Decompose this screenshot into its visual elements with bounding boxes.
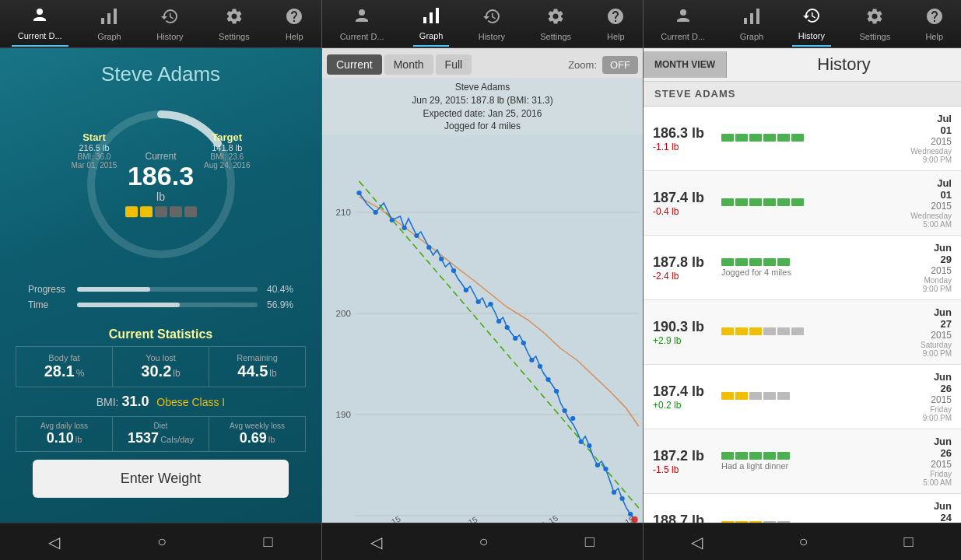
tab-full[interactable]: Full	[436, 54, 472, 75]
entry-change: -0.4 lb	[653, 206, 715, 217]
p2-nav-current-d[interactable]: Current D...	[334, 2, 391, 46]
nav-settings-label: Settings	[219, 32, 250, 41]
entry-middle	[715, 198, 889, 208]
enter-weight-button[interactable]: Enter Weight	[33, 460, 288, 498]
recents-button[interactable]: □	[248, 527, 289, 557]
svg-point-31	[505, 325, 510, 330]
p1-content: Steve Adams Start 216.5 lb BMI: 36.0 Mar…	[0, 48, 321, 523]
p1-bottom-nav: ◁ ○ □	[0, 523, 321, 560]
tab-current[interactable]: Current	[327, 54, 382, 75]
panel-current-dashboard: Current D... Graph History Settings Help	[0, 0, 321, 560]
bar-segment	[749, 258, 762, 266]
svg-point-27	[464, 288, 468, 292]
start-weight: 216.5 lb	[72, 143, 117, 152]
chart-area: Steve Adams Jun 29, 2015: 187.8 lb (BMI:…	[322, 78, 643, 523]
bar-segment	[735, 134, 748, 142]
star-4	[170, 207, 182, 218]
entry-date-section: Jun29 2015 Monday 9:00 PM	[889, 242, 952, 293]
svg-point-41	[587, 443, 591, 448]
chart-title-line1: Steve Adams	[322, 81, 643, 94]
p2-person-icon	[352, 7, 371, 30]
nav-help-label: Help	[286, 32, 303, 41]
history-entry-2[interactable]: 187.8 lb -2.4 lb Jogged for 4 miles Jun2…	[644, 236, 961, 300]
entry-bars	[721, 392, 883, 400]
progress-bar-bg	[77, 287, 258, 292]
nav-graph-label: Graph	[97, 32, 121, 41]
start-label: Start	[72, 131, 117, 143]
p3-nav-history[interactable]: History	[792, 2, 831, 47]
zoom-button[interactable]: OFF	[602, 56, 638, 74]
entry-weight: 186.3 lb	[653, 125, 715, 142]
p2-back-button[interactable]: ◁	[355, 527, 398, 558]
nav-settings[interactable]: Settings	[212, 2, 256, 46]
p3-nav-history-label: History	[798, 31, 825, 40]
svg-rect-54	[750, 13, 753, 24]
history-entry-1[interactable]: 187.4 lb -0.4 lb Jul01 2015 Wednesday 5:…	[644, 171, 961, 236]
entry-middle	[715, 392, 889, 401]
start-date: Mar 01, 2015	[72, 161, 117, 170]
nav-graph[interactable]: Graph	[91, 2, 128, 46]
entry-month-day: Jun24	[889, 500, 952, 523]
entry-change: -2.4 lb	[653, 271, 715, 282]
history-entry-3[interactable]: 190.3 lb +2.9 lb Jun27 2015 Saturday 9:0…	[644, 300, 961, 365]
svg-point-37	[554, 389, 559, 394]
nav-help[interactable]: Help	[279, 2, 310, 46]
progress-row: Progress 40.4%	[28, 284, 293, 295]
p2-settings-icon	[546, 7, 565, 30]
p2-nav-help[interactable]: Help	[600, 2, 631, 46]
p2-home-button[interactable]: ○	[463, 527, 503, 557]
p3-nav-help[interactable]: Help	[919, 2, 950, 46]
p2-nav-history-label: History	[479, 32, 505, 41]
nav-current-d[interactable]: Current D...	[12, 2, 68, 47]
entry-year: 2015	[889, 136, 952, 147]
history-entry-6[interactable]: 188.7 lb +0.2 lb Jun24 2015 Wednesday 5:…	[644, 494, 961, 523]
bar-segment	[763, 452, 776, 460]
tab-month[interactable]: Month	[384, 54, 433, 75]
svg-point-21	[390, 218, 395, 222]
month-view-button[interactable]: MONTH VIEW	[644, 51, 727, 78]
p3-home-button[interactable]: ○	[783, 527, 823, 557]
remaining-cell: Remaining 44.5 lb	[209, 347, 306, 387]
svg-point-30	[496, 319, 501, 324]
history-entry-5[interactable]: 187.2 lb -1.5 lb Had a light dinner Jun2…	[644, 429, 961, 494]
svg-point-35	[538, 364, 542, 369]
back-button[interactable]: ◁	[33, 527, 75, 558]
p2-nav-settings[interactable]: Settings	[534, 2, 577, 46]
entry-year: 2015	[889, 459, 952, 470]
entry-month-day: Jul01	[889, 113, 952, 136]
bar-segment	[763, 392, 776, 400]
p3-nav-current-d[interactable]: Current D...	[654, 2, 711, 46]
p3-nav-settings[interactable]: Settings	[853, 2, 896, 46]
you-lost-label: You lost	[117, 353, 204, 362]
p3-recents-button[interactable]: □	[888, 527, 928, 557]
weight-circle: Start 216.5 lb BMI: 36.0 Mar 01, 2015 Ta…	[75, 99, 247, 270]
p2-nav-history[interactable]: History	[472, 2, 511, 46]
entry-dow: Friday	[889, 405, 952, 414]
svg-point-38	[562, 408, 566, 413]
entry-year: 2015	[889, 394, 952, 405]
entry-time: 9:00 PM	[889, 349, 952, 358]
entry-year: 2015	[889, 201, 952, 212]
target-info: Target 141.8 lb BMI: 23.6 Aug 24, 2016	[204, 131, 251, 170]
entry-time: 5:00 AM	[889, 220, 952, 229]
history-entry-0[interactable]: 186.3 lb -1.1 lb Jul01 2015 Wednesday 9:…	[644, 107, 961, 171]
entry-change: +0.2 lb	[653, 400, 715, 411]
p2-recents-button[interactable]: □	[570, 527, 610, 557]
user-name: Steve Adams	[101, 62, 220, 86]
svg-text:210: 210	[336, 208, 351, 217]
nav-history[interactable]: History	[150, 2, 189, 46]
p2-nav-graph[interactable]: Graph	[413, 2, 450, 47]
history-user: STEVE ADAMS	[644, 82, 961, 107]
start-bmi: BMI: 36.0	[72, 152, 117, 161]
entry-month-day: Jun27	[889, 306, 952, 330]
p3-back-button[interactable]: ◁	[675, 527, 718, 558]
bar-segment	[763, 327, 776, 335]
svg-text:190: 190	[336, 410, 351, 419]
svg-rect-8	[430, 12, 433, 23]
remaining-value: 44.5	[237, 362, 268, 380]
home-button[interactable]: ○	[142, 527, 182, 557]
p3-nav-graph[interactable]: Graph	[734, 2, 770, 46]
history-entry-4[interactable]: 187.4 lb +0.2 lb Jun26 2015 Friday 9:00 …	[644, 365, 961, 429]
bar-segment	[721, 198, 734, 206]
weight-chart-svg: 210 200 190	[322, 135, 643, 523]
